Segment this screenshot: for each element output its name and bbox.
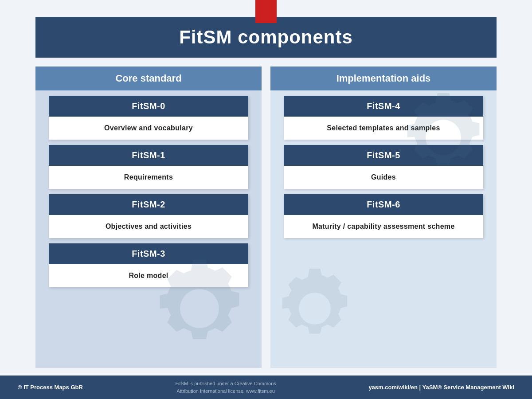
card-fitsm-0-title: FitSM-0 (49, 96, 248, 117)
implementation-aids-heading: Implementation aids (270, 66, 497, 90)
red-accent-decoration (255, 0, 277, 23)
footer-wiki-link: yasm.com/wiki/en | YaSM® Service Managem… (368, 384, 514, 391)
implementation-aids-panel: Implementation aids FitSM-4 Selected tem… (270, 66, 497, 368)
page-title: FitSM components (53, 27, 479, 48)
card-fitsm-2-title: FitSM-2 (49, 194, 248, 215)
card-fitsm-6: FitSM-6 Maturity / capability assessment… (284, 194, 483, 238)
main-content: Core standard FitSM-0 Overview and vocab… (35, 66, 497, 368)
card-fitsm-0-description: Overview and vocabulary (49, 117, 248, 140)
card-fitsm-6-description: Maturity / capability assessment scheme (284, 215, 483, 238)
card-fitsm-0: FitSM-0 Overview and vocabulary (49, 96, 248, 140)
card-fitsm-1-title: FitSM-1 (49, 145, 248, 166)
core-standard-panel: Core standard FitSM-0 Overview and vocab… (35, 66, 262, 368)
card-fitsm-1: FitSM-1 Requirements (49, 145, 248, 189)
card-fitsm-6-title: FitSM-6 (284, 194, 483, 215)
footer-copyright: © IT Process Maps GbR (18, 384, 83, 391)
footer-license: FitSM is published under a Creative Comm… (175, 380, 276, 395)
gear-decoration-left (151, 260, 248, 359)
card-fitsm-2: FitSM-2 Objectives and activities (49, 194, 248, 238)
gear-decoration-right-bottom (275, 269, 355, 350)
card-fitsm-2-description: Objectives and activities (49, 215, 248, 238)
header-area: FitSM components (35, 0, 497, 58)
gear-decoration-right-top (399, 93, 488, 184)
card-fitsm-1-description: Requirements (49, 166, 248, 189)
footer: © IT Process Maps GbR FitSM is published… (0, 376, 532, 399)
core-standard-heading: Core standard (35, 66, 262, 90)
